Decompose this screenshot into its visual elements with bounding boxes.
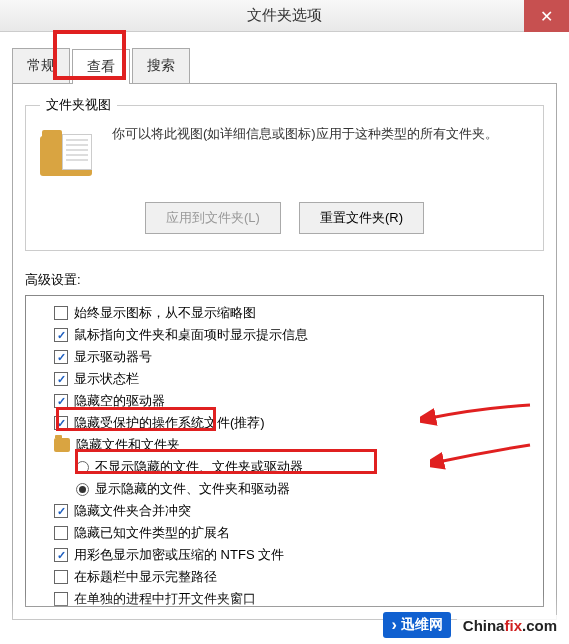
list-item[interactable]: 显示状态栏 bbox=[28, 368, 541, 390]
watermark-badge-text: 迅维网 bbox=[401, 616, 443, 634]
list-item[interactable]: 鼠标指向文件夹和桌面项时显示提示信息 bbox=[28, 324, 541, 346]
checkbox-icon[interactable] bbox=[54, 350, 68, 364]
item-label: 显示隐藏的文件、文件夹和驱动器 bbox=[95, 480, 290, 498]
close-icon: ✕ bbox=[540, 7, 553, 26]
watermark-badge: › 迅维网 bbox=[383, 612, 450, 638]
item-label: 隐藏受保护的操作系统文件(推荐) bbox=[74, 414, 265, 432]
checkbox-icon[interactable] bbox=[54, 592, 68, 606]
chevron-right-icon: › bbox=[391, 616, 396, 634]
item-label: 显示驱动器号 bbox=[74, 348, 152, 366]
list-item[interactable]: 隐藏已知文件类型的扩展名 bbox=[28, 522, 541, 544]
item-label: 隐藏文件夹合并冲突 bbox=[74, 502, 191, 520]
reset-folders-button[interactable]: 重置文件夹(R) bbox=[299, 202, 424, 234]
list-item[interactable]: 显示驱动器号 bbox=[28, 346, 541, 368]
list-item[interactable]: 隐藏空的驱动器 bbox=[28, 390, 541, 412]
content-area: 常规 查看 搜索 文件夹视图 你可以将此视图(如详细信息或图标)应用于这种类型的… bbox=[0, 32, 569, 628]
tab-panel: 文件夹视图 你可以将此视图(如详细信息或图标)应用于这种类型的所有文件夹。 应用… bbox=[12, 84, 557, 620]
close-button[interactable]: ✕ bbox=[524, 0, 569, 32]
checkbox-icon[interactable] bbox=[54, 328, 68, 342]
list-item[interactable]: 在标题栏中显示完整路径 bbox=[28, 566, 541, 588]
advanced-settings-label: 高级设置: bbox=[25, 271, 544, 289]
item-label: 始终显示图标，从不显示缩略图 bbox=[74, 304, 256, 322]
item-label: 用彩色显示加密或压缩的 NTFS 文件 bbox=[74, 546, 284, 564]
checkbox-icon[interactable] bbox=[54, 394, 68, 408]
watermark-url: Chinafix.com bbox=[457, 615, 563, 636]
item-label: 显示状态栏 bbox=[74, 370, 139, 388]
tab-general[interactable]: 常规 bbox=[12, 48, 70, 83]
checkbox-icon[interactable] bbox=[54, 416, 68, 430]
apply-to-folders-button: 应用到文件夹(L) bbox=[145, 202, 281, 234]
fieldset-legend: 文件夹视图 bbox=[40, 96, 117, 114]
checkbox-icon[interactable] bbox=[54, 570, 68, 584]
list-item[interactable]: 隐藏受保护的操作系统文件(推荐) bbox=[28, 412, 541, 434]
item-label: 不显示隐藏的文件、文件夹或驱动器 bbox=[95, 458, 303, 476]
radio-option-show[interactable]: 显示隐藏的文件、文件夹和驱动器 bbox=[28, 478, 541, 500]
item-label: 隐藏已知文件类型的扩展名 bbox=[74, 524, 230, 542]
item-label: 鼠标指向文件夹和桌面项时显示提示信息 bbox=[74, 326, 308, 344]
tab-search[interactable]: 搜索 bbox=[132, 48, 190, 83]
tab-strip: 常规 查看 搜索 bbox=[12, 48, 557, 84]
item-label: 在单独的进程中打开文件夹窗口 bbox=[74, 590, 256, 607]
radio-icon[interactable] bbox=[76, 483, 89, 496]
checkbox-icon[interactable] bbox=[54, 548, 68, 562]
item-label: 在标题栏中显示完整路径 bbox=[74, 568, 217, 586]
checkbox-icon[interactable] bbox=[54, 306, 68, 320]
tab-view[interactable]: 查看 bbox=[72, 49, 130, 84]
window-title: 文件夹选项 bbox=[247, 6, 322, 25]
titlebar: 文件夹选项 ✕ bbox=[0, 0, 569, 32]
folder-icon bbox=[40, 128, 100, 188]
checkbox-icon[interactable] bbox=[54, 372, 68, 386]
advanced-settings-list[interactable]: 始终显示图标，从不显示缩略图 鼠标指向文件夹和桌面项时显示提示信息 显示驱动器号… bbox=[25, 295, 544, 607]
list-item[interactable]: 用彩色显示加密或压缩的 NTFS 文件 bbox=[28, 544, 541, 566]
radio-option-hide[interactable]: 不显示隐藏的文件、文件夹或驱动器 bbox=[28, 456, 541, 478]
item-label: 隐藏空的驱动器 bbox=[74, 392, 165, 410]
checkbox-icon[interactable] bbox=[54, 504, 68, 518]
group-hidden-files: 隐藏文件和文件夹 bbox=[28, 434, 541, 456]
list-item[interactable]: 始终显示图标，从不显示缩略图 bbox=[28, 302, 541, 324]
folder-view-fieldset: 文件夹视图 你可以将此视图(如详细信息或图标)应用于这种类型的所有文件夹。 应用… bbox=[25, 96, 544, 251]
checkbox-icon[interactable] bbox=[54, 526, 68, 540]
list-item[interactable]: 在单独的进程中打开文件夹窗口 bbox=[28, 588, 541, 607]
list-item[interactable]: 隐藏文件夹合并冲突 bbox=[28, 500, 541, 522]
watermark: › 迅维网 Chinafix.com bbox=[383, 612, 563, 638]
group-label: 隐藏文件和文件夹 bbox=[76, 436, 180, 454]
radio-icon[interactable] bbox=[76, 461, 89, 474]
fieldset-description: 你可以将此视图(如详细信息或图标)应用于这种类型的所有文件夹。 bbox=[112, 124, 529, 188]
folder-icon bbox=[54, 438, 70, 452]
